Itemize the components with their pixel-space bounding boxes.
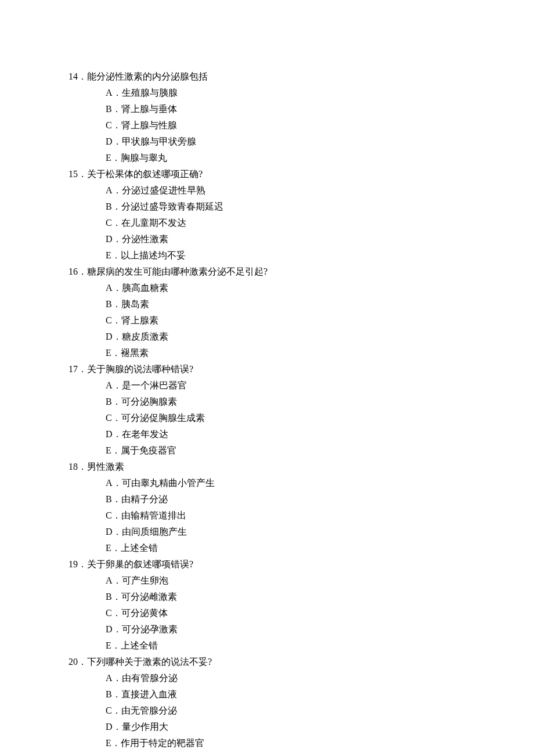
option-text: 以上描述均不妥 bbox=[121, 250, 186, 260]
question-line: 20．下列哪种关于激素的说法不妥? bbox=[68, 654, 534, 670]
option: D．量少作用大 bbox=[68, 719, 534, 735]
option-letter: C bbox=[106, 510, 112, 520]
question-line: 18．男性激素 bbox=[68, 459, 534, 475]
option-separator: ． bbox=[113, 722, 122, 732]
option-separator: ． bbox=[113, 234, 122, 244]
option-text: 由间质细胞产生 bbox=[122, 527, 187, 537]
option: B．可分泌胸腺素 bbox=[68, 394, 534, 410]
option-letter: D bbox=[106, 722, 113, 732]
question-separator: ． bbox=[78, 169, 87, 179]
option-separator: ． bbox=[112, 397, 121, 406]
option-separator: ． bbox=[112, 104, 121, 114]
option: D．甲状腺与甲状旁腺 bbox=[68, 134, 534, 150]
question-line: 15．关于松果体的叙述哪项正确? bbox=[68, 166, 534, 182]
option-text: 胰高血糖素 bbox=[122, 283, 168, 293]
option-text: 分泌过盛导致青春期延迟 bbox=[121, 201, 223, 211]
option: B．分泌过盛导致青春期延迟 bbox=[68, 199, 534, 215]
option-separator: ． bbox=[112, 510, 121, 520]
option: B．肾上腺与垂体 bbox=[68, 101, 534, 117]
question-number: 19 bbox=[68, 559, 78, 569]
option-text: 肾上腺素 bbox=[121, 315, 158, 325]
option-separator: ． bbox=[113, 575, 122, 585]
option-list: A．生殖腺与胰腺B．肾上腺与垂体C．肾上腺与性腺D．甲状腺与甲状旁腺E．胸腺与睾… bbox=[68, 85, 534, 166]
option: C．由输精管道排出 bbox=[68, 507, 534, 524]
option-letter: E bbox=[106, 153, 111, 163]
option: A．由有管腺分泌 bbox=[68, 670, 534, 686]
option-text: 糖皮质激素 bbox=[122, 332, 168, 341]
question-text: 男性激素 bbox=[87, 462, 124, 471]
question-line: 14．能分泌性激素的内分泌腺包括 bbox=[68, 69, 534, 85]
option: D．可分泌孕激素 bbox=[68, 621, 534, 638]
option-text: 由精子分泌 bbox=[121, 494, 168, 504]
question: 19．关于卵巢的叙述哪项错误?A．可产生卵泡B．可分泌雌激素C．可分泌黄体D．可… bbox=[68, 556, 534, 654]
option-text: 生殖腺与胰腺 bbox=[122, 88, 178, 98]
option-separator: ． bbox=[112, 689, 121, 699]
option: A．生殖腺与胰腺 bbox=[68, 85, 534, 101]
option-letter: C bbox=[106, 608, 112, 618]
option-separator: ． bbox=[113, 185, 122, 195]
option-letter: A bbox=[106, 283, 113, 293]
option-text: 量少作用大 bbox=[122, 722, 168, 732]
option: E．上述全错 bbox=[68, 540, 534, 556]
option-list: A．胰高血糖素B．胰岛素C．肾上腺素D．糖皮质激素E．褪黑素 bbox=[68, 280, 534, 361]
question-text: 糖尿病的发生可能由哪种激素分泌不足引起? bbox=[87, 267, 268, 276]
option-list: A．分泌过盛促进性早熟B．分泌过盛导致青春期延迟C．在儿童期不发达D．分泌性激素… bbox=[68, 182, 534, 264]
option-text: 上述全错 bbox=[121, 543, 158, 553]
page: 14．能分泌性激素的内分泌腺包括A．生殖腺与胰腺B．肾上腺与垂体C．肾上腺与性腺… bbox=[0, 0, 534, 756]
option-separator: ． bbox=[113, 136, 122, 146]
option-separator: ． bbox=[112, 218, 121, 228]
option-text: 褪黑素 bbox=[121, 348, 149, 358]
option-text: 可分泌胸腺素 bbox=[121, 397, 177, 406]
option-letter: E bbox=[106, 738, 111, 748]
option-separator: ． bbox=[113, 332, 122, 341]
option-list: A．是一个淋巴器官B．可分泌胸腺素C．可分泌促胸腺生成素D．在老年发达E．属于免… bbox=[68, 377, 534, 459]
option: E．胸腺与睾丸 bbox=[68, 150, 534, 166]
option: E．作用于特定的靶器官 bbox=[68, 735, 534, 751]
option-letter: D bbox=[106, 429, 113, 439]
option-separator: ． bbox=[111, 348, 121, 358]
question-number: 17 bbox=[68, 364, 78, 374]
question-list: 14．能分泌性激素的内分泌腺包括A．生殖腺与胰腺B．肾上腺与垂体C．肾上腺与性腺… bbox=[68, 69, 534, 751]
option-separator: ． bbox=[113, 527, 122, 537]
option: E．上述全错 bbox=[68, 638, 534, 654]
option-text: 甲状腺与甲状旁腺 bbox=[122, 136, 196, 146]
option-separator: ． bbox=[113, 380, 122, 390]
option: A．可由睾丸精曲小管产生 bbox=[68, 475, 534, 491]
option-text: 由输精管道排出 bbox=[121, 510, 186, 520]
option-separator: ． bbox=[112, 120, 121, 130]
option-letter: C bbox=[106, 705, 112, 715]
option-separator: ． bbox=[112, 592, 121, 602]
question-separator: ． bbox=[78, 657, 87, 667]
option-text: 肾上腺与性腺 bbox=[121, 120, 177, 130]
option: B．直接进入血液 bbox=[68, 686, 534, 703]
question: 14．能分泌性激素的内分泌腺包括A．生殖腺与胰腺B．肾上腺与垂体C．肾上腺与性腺… bbox=[68, 69, 534, 166]
option: B．可分泌雌激素 bbox=[68, 589, 534, 605]
option-separator: ． bbox=[113, 283, 122, 293]
question-line: 19．关于卵巢的叙述哪项错误? bbox=[68, 556, 534, 573]
option: C．可分泌促胸腺生成素 bbox=[68, 410, 534, 426]
option: C．由无管腺分泌 bbox=[68, 703, 534, 719]
option-letter: B bbox=[106, 104, 112, 114]
option-text: 分泌性激素 bbox=[122, 234, 168, 244]
option-text: 直接进入血液 bbox=[121, 689, 177, 699]
question-separator: ． bbox=[78, 559, 87, 569]
option-letter: B bbox=[106, 592, 112, 602]
question-separator: ． bbox=[78, 462, 87, 471]
question-number: 20 bbox=[68, 657, 78, 667]
option: A．是一个淋巴器官 bbox=[68, 377, 534, 394]
option-letter: D bbox=[106, 234, 113, 244]
option-text: 是一个淋巴器官 bbox=[122, 380, 187, 390]
option: D．分泌性激素 bbox=[68, 231, 534, 247]
option-separator: ． bbox=[111, 543, 121, 553]
question: 15．关于松果体的叙述哪项正确?A．分泌过盛促进性早熟B．分泌过盛导致青春期延迟… bbox=[68, 166, 534, 264]
option-text: 属于免疫器官 bbox=[121, 445, 176, 455]
option-separator: ． bbox=[113, 624, 122, 634]
question: 17．关于胸腺的说法哪种错误?A．是一个淋巴器官B．可分泌胸腺素C．可分泌促胸腺… bbox=[68, 361, 534, 459]
question-line: 17．关于胸腺的说法哪种错误? bbox=[68, 361, 534, 377]
option-list: A．可由睾丸精曲小管产生B．由精子分泌C．由输精管道排出D．由间质细胞产生E．上… bbox=[68, 475, 534, 556]
option-text: 由有管腺分泌 bbox=[122, 673, 178, 683]
option-text: 胸腺与睾丸 bbox=[121, 153, 167, 163]
question-line: 16．糖尿病的发生可能由哪种激素分泌不足引起? bbox=[68, 264, 534, 280]
option-separator: ． bbox=[112, 201, 121, 211]
option-letter: D bbox=[106, 136, 113, 146]
